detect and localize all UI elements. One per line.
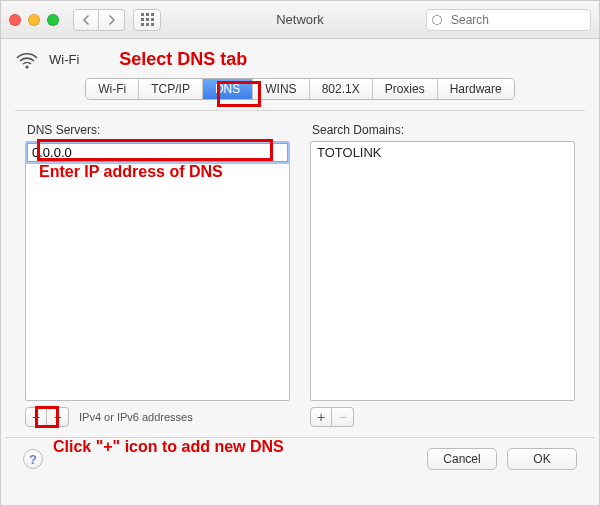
window-controls	[9, 14, 59, 26]
tab-dns[interactable]: DNS	[203, 79, 253, 99]
tab-tcpip[interactable]: TCP/IP	[139, 79, 203, 99]
sd-add-button[interactable]: +	[310, 407, 332, 427]
annotation-enter-ip: Enter IP address of DNS	[39, 163, 223, 181]
titlebar: Network	[1, 1, 599, 39]
tab-proxies[interactable]: Proxies	[373, 79, 438, 99]
dns-entry-input[interactable]: 0.0.0.0	[27, 143, 288, 162]
tab-wifi[interactable]: Wi-Fi	[86, 79, 139, 99]
panel-area: DNS Servers: 0.0.0.0 + − IPv4 or IPv6 ad…	[15, 110, 585, 427]
search-input[interactable]	[426, 9, 591, 31]
tab-hardware[interactable]: Hardware	[438, 79, 514, 99]
dns-plusminus-row: + − IPv4 or IPv6 addresses	[25, 407, 290, 427]
minimize-window-button[interactable]	[28, 14, 40, 26]
search-domains-column: Search Domains: TOTOLINK + −	[310, 123, 575, 427]
cancel-button[interactable]: Cancel	[427, 448, 497, 470]
search-domains-label: Search Domains:	[310, 123, 575, 137]
sd-remove-button[interactable]: −	[332, 407, 354, 427]
tab-segmented-control: Wi-Fi TCP/IP DNS WINS 802.1X Proxies Har…	[85, 78, 514, 100]
annotation-click-plus: Click "+" icon to add new DNS	[53, 438, 284, 456]
help-button[interactable]: ?	[23, 449, 43, 469]
dns-add-button[interactable]: +	[25, 407, 47, 427]
annotation-select-dns-tab: Select DNS tab	[119, 49, 247, 70]
svg-point-0	[25, 65, 28, 68]
tab-wins[interactable]: WINS	[253, 79, 309, 99]
search-domain-entry[interactable]: TOTOLINK	[311, 142, 574, 163]
search-wrap	[426, 9, 591, 31]
tab-bar: Wi-Fi TCP/IP DNS WINS 802.1X Proxies Har…	[15, 78, 585, 100]
tab-8021x[interactable]: 802.1X	[310, 79, 373, 99]
dns-servers-label: DNS Servers:	[25, 123, 290, 137]
dns-hint: IPv4 or IPv6 addresses	[79, 411, 193, 423]
zoom-window-button[interactable]	[47, 14, 59, 26]
close-window-button[interactable]	[9, 14, 21, 26]
sd-plusminus-row: + −	[310, 407, 575, 427]
dns-remove-button[interactable]: −	[47, 407, 69, 427]
show-all-button[interactable]	[133, 9, 161, 31]
header-row: Wi-Fi Select DNS tab	[1, 39, 599, 70]
wifi-label: Wi-Fi	[49, 52, 79, 67]
search-domains-list[interactable]: TOTOLINK	[310, 141, 575, 401]
ok-button[interactable]: OK	[507, 448, 577, 470]
grid-icon	[141, 13, 154, 26]
nav-buttons	[73, 9, 125, 31]
forward-button[interactable]	[99, 9, 125, 31]
back-button[interactable]	[73, 9, 99, 31]
wifi-icon	[15, 50, 39, 70]
network-window: Network Wi-Fi Select DNS tab Wi-Fi TCP/I…	[0, 0, 600, 506]
